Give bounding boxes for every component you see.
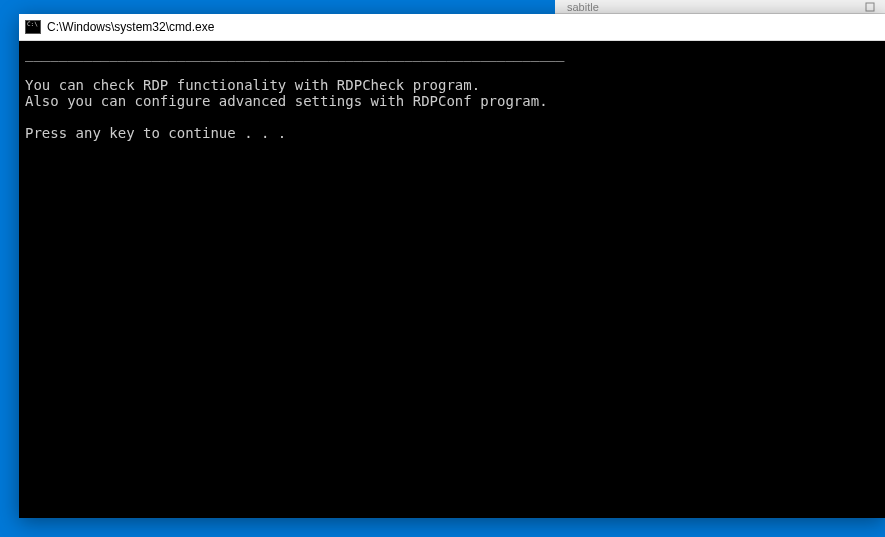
maximize-icon [865,2,875,12]
background-panel-header: sabitle [555,0,885,14]
cmd-window: C:\Windows\system32\cmd.exe ____________… [19,14,885,518]
console-line: You can check RDP functionality with RDP… [25,77,480,93]
titlebar[interactable]: C:\Windows\system32\cmd.exe [19,14,885,41]
console-line: Press any key to continue . . . [25,125,286,141]
window-title: C:\Windows\system32\cmd.exe [47,20,214,34]
background-panel-label: sabitle [567,1,599,13]
svg-rect-0 [866,3,874,11]
console-line: Also you can configure advanced settings… [25,93,548,109]
console-line: ________________________________________… [25,45,564,61]
cmd-icon [25,20,41,34]
console-output[interactable]: ________________________________________… [19,41,885,518]
background-panel-button[interactable] [863,2,877,12]
